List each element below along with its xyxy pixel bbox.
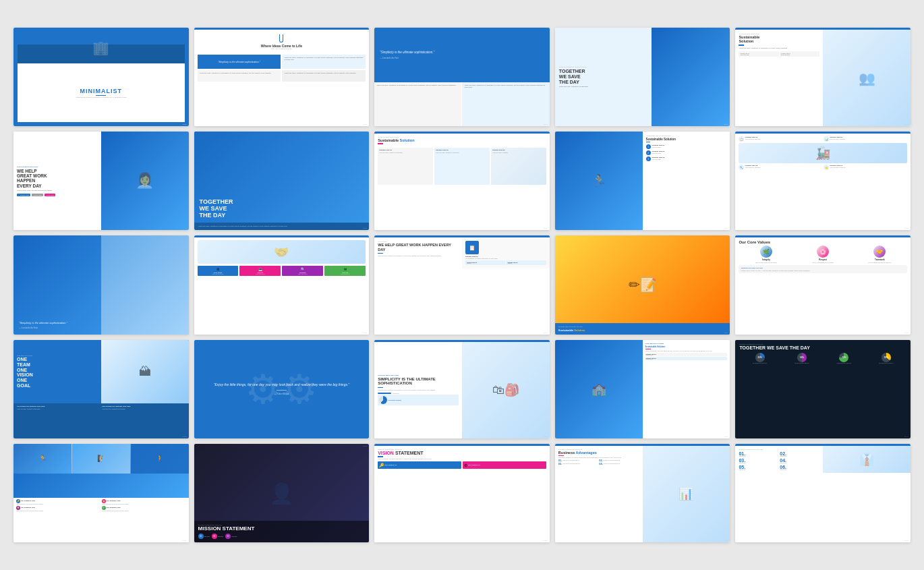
slide-3-watermark: envato [544,123,548,125]
slide-20-together-dark[interactable]: Business PowerPoint Template TOGETHER WE… [735,340,911,438]
slide-4-title: TOGETHERWE SAVETHE DAY [559,69,588,84]
slide-3-quote[interactable]: "Simplicity is the ultimate sophisticati… [374,28,550,126]
slide-24-watermark: envato [724,540,728,541]
slide-18-watermark: envato [544,436,548,437]
slide-21-item1: Key Element Title [21,500,35,502]
slide-8-title: Sustainable Solution [378,138,546,142]
slide-25-numbers[interactable]: Business PowerPoint Template 01. Small t… [735,444,911,542]
slide-6-we-help[interactable]: SUSTAINABLE SOLUTION WE HELPGREAT WORKHA… [13,132,189,230]
slide-1-subtitle: Multipurpose Business PowerPoint Templat… [76,96,127,98]
slide-13-label: OUR MISSION [378,241,459,242]
slide-9-watermark: envato [724,227,728,229]
slide-20-fin3: Q3 2018 FINANCIAL RESULTS [837,363,851,364]
slide-16-title: ONETEAMONEVISIONONEGOAL [17,357,98,388]
slide-7-together-blue[interactable]: TOGETHERWE SAVETHE DAY There are many va… [194,132,370,230]
slide-23-title: STATEMENT [395,451,424,455]
slide-1-watermark: envato [183,123,187,125]
slide-18-simplicity-header[interactable]: SUSTAINABLE SOLUTION SIMPLICITY IS THE U… [374,340,550,438]
slide-20-fin2: Q2 2018 FINANCIAL RESULTS [795,363,809,364]
slide-17-quote: "Enjoy the little things, for one day yo… [214,382,349,388]
slide-16-col2: 2nd Column Key Element Title Here [102,405,185,407]
slide-6-label: SUSTAINABLE SOLUTION [17,166,98,168]
slide-2-sub: Find your audience and win [198,48,366,50]
slide-11-author: — Leonardo da Vinci [19,326,101,329]
slide-14-pencils[interactable]: ✏📝 WHERE IDEAS COME TO LIFE Sustainable … [555,235,730,334]
slide-21-item3: Key Element Title [21,507,35,509]
slide-24-advantages[interactable]: Business PowerPoint Template Business Ad… [555,444,730,542]
slide-21-photo-people[interactable]: 🏃 🧗 🚶 🔑 Key Element Title This is a samp… [13,444,189,542]
slide-23-title-accent: VISION [378,451,394,455]
slide-19-label: Our Mission & More [645,343,728,345]
slide-8-watermark: envato [544,227,548,229]
slide-4-body: There are many variations of passages [559,86,588,88]
slide-20-label: Business PowerPoint Template [739,343,906,345]
slide-15-watermark: envato [904,332,908,333]
slide-3-quote: "Simplicity is the ultimate sophisticati… [380,51,544,55]
slide-14-label: WHERE IDEAS COME TO LIFE [558,326,727,328]
slide-1-title: MINIMALIST [80,88,123,94]
slide-7-body: There are many variations of passages of… [198,225,366,227]
slide-14-watermark: envato [724,332,728,333]
slide-15-core-values[interactable]: Our Core Values 🌿 Integrity This is a pl… [735,235,911,334]
slide-8-sustainable-2col[interactable]: Sustainable Solution Sustainable Solutio… [374,132,550,230]
slide-10-watermark: envato [904,227,908,229]
slide-17-simplicity-blue[interactable]: ⚙⚙ "Enjoy the little things, for one day… [194,340,370,438]
slide-8-col1: Content Title 01 [379,149,432,151]
slide-9-label: TOGETHER WE SAVE THE DAY [646,135,727,137]
slide-23-feat1: Key Feature #1 [384,464,397,466]
slide-20-fin4: Q4 2018 FINANCIAL RESULTS [879,363,893,364]
slide-23-body: This is a waterfall. You never knew what… [378,458,546,459]
slide-6-btn1[interactable]: Creative Slides [20,194,29,196]
slide-22-mission[interactable]: 👤 Business PowerPoint Template MISSION S… [194,444,370,542]
slide-22-watermark: envato [363,445,367,447]
slide-25-item5: 05. [739,465,778,469]
slide-11-quote: "Simplicity is the ultimate sophisticati… [19,321,101,325]
slide-19-meeting[interactable]: 🏫 Our Mission & More Sustainable Solutio… [555,340,730,438]
slide-13-our-mission[interactable]: OUR MISSION WE HELP GREAT WORK HAPPEN EV… [374,235,550,334]
slide-4-together[interactable]: SUSTAINABLE SOLUTION TOGETHERWE SAVETHE … [555,28,730,126]
slide-4-label: SUSTAINABLE SOLUTION [559,66,588,68]
slide-10-content-icons[interactable]: 📋 Content Title 01There are many variati… [735,132,911,230]
slide-2-watermark: envato [363,123,367,125]
slide-16-col1: 1st Column Key Element Title Here [17,405,100,407]
slide-6-btn2[interactable]: Flexible Slides [32,194,43,196]
slide-15-item1: Integrity [762,258,770,261]
slide-24-title-accent: Advantages [576,451,597,455]
slide-2-ideas[interactable]: Where Ideas Come to Life Find your audie… [194,28,370,126]
slide-25-item3: 03. [739,458,778,463]
slide-17-author: — Robert Brault [214,393,349,395]
slide-23-feat2: Key Feature #2 [468,464,480,466]
slide-19-watermark: envato [724,436,728,437]
slide-3-author: — Leonardo da Vinci [380,57,544,59]
slide-20-watermark: envato [904,436,908,437]
slide-15-title: Our Core Values [739,240,907,244]
slide-24-item3: 03. [558,463,562,465]
slide-12-icons-4col[interactable]: 🤝 ⚙ UI/UX Design Simply add your text he… [194,235,370,334]
slide-7-title: TOGETHERWE SAVETHE DAY [200,199,364,219]
slide-18-title: SIMPLICITY IS THE ULTIMATE SOPHISTICATIO… [378,377,459,386]
slide-15-item3: Teamwork [875,258,885,261]
slide-9-title: Sustainable Solution [646,138,727,141]
slide-4-watermark: envato [724,123,728,125]
slide-21-item4: Key Element Title [107,507,121,509]
slides-grid: 🏢 MINIMALIST Multipurpose Business Power… [13,28,911,542]
slide-5-sustainable[interactable]: SUSTAINABLE SOLUTION SustainableSolution… [735,28,911,126]
slide-23-watermark: envato [544,540,548,541]
slide-12-watermark: envato [363,332,367,333]
slide-13-body: There are many variations of passages of… [378,255,459,256]
slide-6-btn3[interactable]: Simple Slides [45,194,55,196]
slide-23-vision[interactable]: Business PowerPoint Template VISION STAT… [374,444,550,542]
slide-7-watermark: envato [363,227,367,229]
slide-16-one-team[interactable]: 🏔 Together For Stars ONETEAMONEVISIONONE… [13,340,189,438]
slide-9-photo-numbers[interactable]: 🏃 TOGETHER WE SAVE THE DAY Sustainable S… [555,132,730,230]
slide-24-item4: 04. [599,463,603,465]
slide-20-title: TOGETHER WE SAVE THE DAY [739,345,906,351]
slide-25-item6: 06. [780,465,819,469]
slide-20-fin1: Q1 2018 FINANCIAL RESULTS [753,363,767,364]
slide-18-label: SUSTAINABLE SOLUTION [378,374,459,376]
slide-11-woman-quote[interactable]: "Simplicity is the ultimate sophisticati… [13,235,189,334]
slide-21-item2: Key Element Title [107,500,121,502]
slide-21-watermark: envato [183,540,187,541]
slide-1-cover[interactable]: 🏢 MINIMALIST Multipurpose Business Power… [13,28,189,126]
slide-22-title: MISSION STATEMENT [198,526,366,532]
